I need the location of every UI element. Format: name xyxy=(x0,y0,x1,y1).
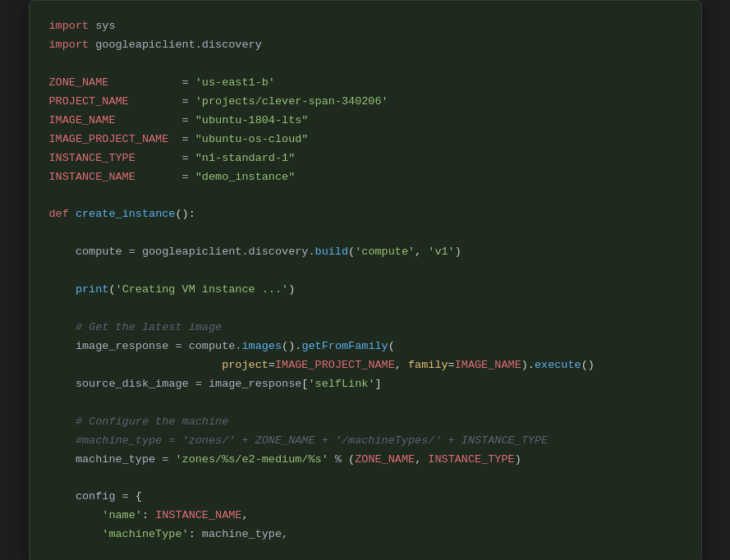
code-window: import sys import googleapiclient.discov… xyxy=(29,0,702,560)
code-content: import sys import googleapiclient.discov… xyxy=(49,17,682,544)
